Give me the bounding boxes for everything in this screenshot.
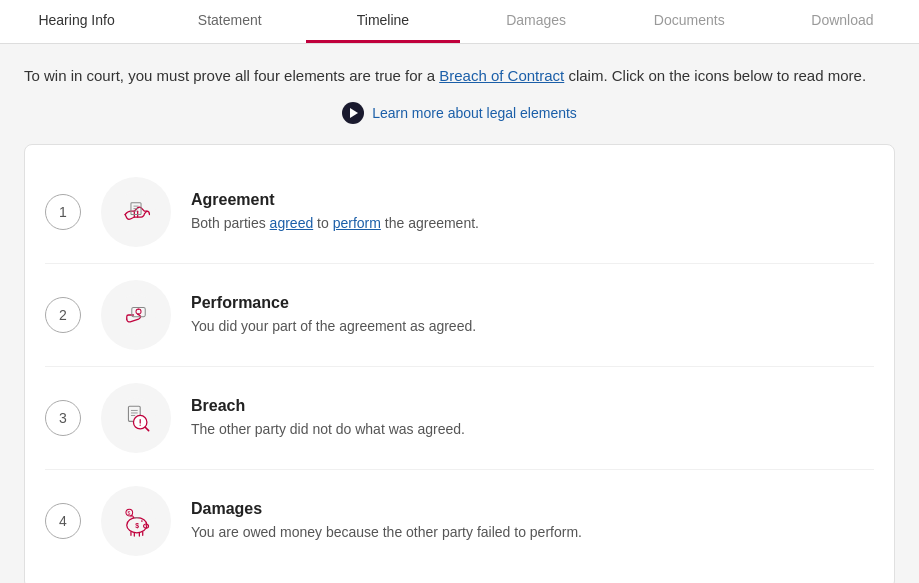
element-number-1: 1 (45, 194, 81, 230)
tab-damages[interactable]: Damages (460, 0, 613, 43)
learn-more-link[interactable]: Learn more about legal elements (372, 105, 577, 121)
element-number-3: 3 (45, 400, 81, 436)
intro-text-before: To win in court, you must prove all four… (24, 67, 439, 84)
element-desc-damages: You are owed money because the other par… (191, 522, 874, 543)
element-row-damages: 4 (45, 470, 874, 572)
play-icon (342, 102, 364, 124)
tab-timeline[interactable]: Timeline (306, 0, 459, 43)
element-info-breach: Breach The other party did not do what w… (191, 397, 874, 440)
breach-of-contract-link[interactable]: Breach of Contract (439, 67, 564, 84)
svg-text:$: $ (128, 510, 131, 516)
breach-svg-icon (115, 397, 157, 439)
element-icon-damages[interactable]: $ $ (101, 486, 171, 556)
svg-point-22 (145, 525, 146, 526)
agreement-desc-before: Both parties (191, 215, 270, 231)
element-title-breach: Breach (191, 397, 874, 415)
element-row-breach: 3 Breach The other party (45, 367, 874, 470)
tab-documents[interactable]: Documents (613, 0, 766, 43)
element-icon-performance[interactable] (101, 280, 171, 350)
tab-navigation: Hearing Info Statement Timeline Damages … (0, 0, 919, 44)
svg-point-18 (140, 424, 141, 425)
agreement-svg-icon (115, 191, 157, 233)
element-desc-performance: You did your part of the agreement as ag… (191, 316, 874, 337)
element-title-agreement: Agreement (191, 191, 874, 209)
element-title-damages: Damages (191, 500, 874, 518)
element-info-damages: Damages You are owed money because the o… (191, 500, 874, 543)
agreed-link[interactable]: agreed (270, 215, 314, 231)
element-desc-breach: The other party did not do what was agre… (191, 419, 874, 440)
learn-more-container: Learn more about legal elements (24, 102, 895, 124)
tab-hearing-info[interactable]: Hearing Info (0, 0, 153, 43)
main-content: To win in court, you must prove all four… (0, 44, 919, 583)
element-icon-agreement[interactable] (101, 177, 171, 247)
element-icon-breach[interactable] (101, 383, 171, 453)
svg-point-24 (141, 520, 143, 522)
element-title-performance: Performance (191, 294, 874, 312)
intro-text-after: claim. Click on the icons below to read … (564, 67, 866, 84)
svg-point-0 (116, 192, 156, 232)
element-info-agreement: Agreement Both parties agreed to perform… (191, 191, 874, 234)
intro-paragraph: To win in court, you must prove all four… (24, 64, 895, 88)
element-number-4: 4 (45, 503, 81, 539)
svg-text:$: $ (135, 522, 139, 530)
elements-card: 1 Agreement (24, 144, 895, 583)
svg-point-23 (146, 525, 147, 526)
perform-link[interactable]: perform (333, 215, 381, 231)
agreement-desc-middle: to (313, 215, 332, 231)
element-row-performance: 2 Performance You did your part of the a… (45, 264, 874, 367)
performance-svg-icon (115, 294, 157, 336)
tab-download[interactable]: Download (766, 0, 919, 43)
svg-point-5 (116, 295, 156, 335)
element-row-agreement: 1 Agreement (45, 161, 874, 264)
tab-statement[interactable]: Statement (153, 0, 306, 43)
element-number-2: 2 (45, 297, 81, 333)
element-info-performance: Performance You did your part of the agr… (191, 294, 874, 337)
element-desc-agreement: Both parties agreed to perform the agree… (191, 213, 874, 234)
damages-svg-icon: $ $ (115, 500, 157, 542)
agreement-desc-after: the agreement. (381, 215, 479, 231)
play-triangle-icon (350, 108, 358, 118)
